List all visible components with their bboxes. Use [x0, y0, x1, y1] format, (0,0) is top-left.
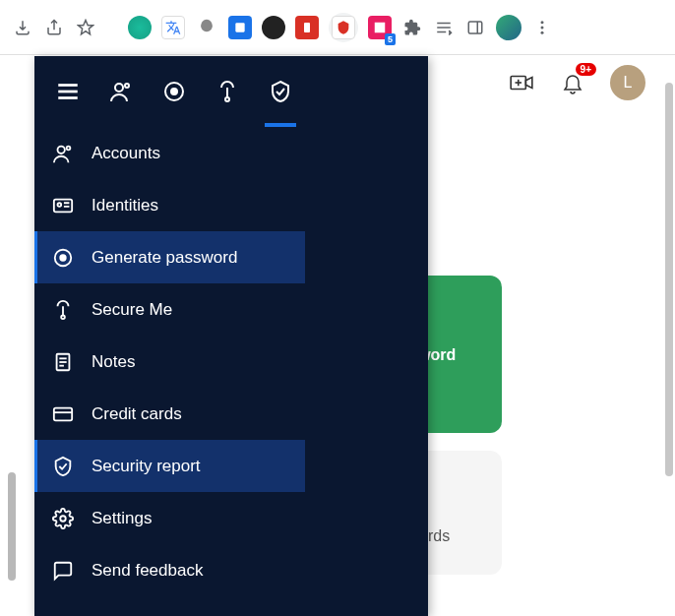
svg-rect-1: [304, 23, 310, 32]
accounts-icon: [52, 143, 74, 164]
generate-password-icon: [52, 247, 74, 269]
extension-icon-5[interactable]: [262, 16, 285, 39]
menu-label: Generate password: [92, 248, 237, 268]
svg-point-23: [60, 255, 66, 261]
svg-rect-0: [235, 23, 244, 31]
menu-label: Notes: [92, 352, 135, 372]
svg-point-16: [171, 89, 177, 94]
svg-rect-29: [54, 407, 72, 420]
identities-icon: [52, 195, 74, 216]
generate-tab-icon[interactable]: [160, 78, 188, 105]
svg-point-19: [67, 146, 71, 150]
svg-point-13: [115, 84, 123, 92]
active-extension-icon[interactable]: [329, 13, 358, 42]
secure-me-icon: [52, 299, 74, 321]
extension-icon-6[interactable]: [295, 16, 319, 39]
notes-icon: [52, 351, 74, 373]
security-report-icon: [52, 456, 74, 477]
menu-item-credit-cards[interactable]: Credit cards: [34, 388, 305, 440]
menu-label: Security report: [92, 457, 201, 476]
menu-label: Send feedback: [92, 561, 203, 581]
svg-point-18: [58, 146, 65, 153]
translate-extension-icon[interactable]: [161, 16, 185, 39]
browser-toolbar: [0, 0, 675, 55]
menu-label: Credit cards: [92, 404, 182, 424]
svg-point-5: [541, 26, 544, 29]
sidebar-scrollbar[interactable]: [8, 472, 16, 581]
menu-label: Secure Me: [92, 300, 172, 320]
svg-point-24: [61, 315, 65, 319]
extension-icon-8[interactable]: [368, 16, 392, 39]
extension-panel: Accounts Identities Generate password Se…: [34, 56, 428, 616]
menu-item-secure-me[interactable]: Secure Me: [34, 283, 305, 336]
menu-label: Accounts: [92, 144, 160, 163]
menu-item-settings[interactable]: Settings: [34, 492, 305, 544]
settings-icon: [52, 508, 74, 529]
extensions-puzzle-icon[interactable]: [401, 17, 423, 38]
share-icon[interactable]: [43, 17, 65, 38]
kebab-menu-icon[interactable]: [531, 17, 553, 38]
extension-icon-3[interactable]: [195, 16, 218, 39]
menu-item-identities[interactable]: Identities: [34, 179, 305, 231]
profile-avatar-icon[interactable]: [496, 15, 522, 40]
star-icon[interactable]: [75, 17, 96, 38]
extension-menu: Accounts Identities Generate password Se…: [34, 127, 305, 596]
create-video-icon[interactable]: [508, 69, 535, 96]
reading-list-icon[interactable]: [433, 17, 455, 38]
avatar-initial: L: [624, 74, 633, 92]
download-icon[interactable]: [12, 17, 33, 38]
feedback-icon: [52, 560, 74, 582]
accounts-tab-icon[interactable]: [107, 78, 135, 105]
svg-rect-2: [468, 22, 482, 33]
extension-icon-1[interactable]: [128, 16, 152, 39]
menu-label: Identities: [92, 196, 158, 216]
shield-tab-icon[interactable]: [267, 78, 294, 105]
svg-point-14: [125, 84, 129, 88]
menu-item-security-report[interactable]: Security report: [34, 440, 305, 492]
notification-badge: 9+: [576, 63, 596, 76]
menu-item-send-feedback[interactable]: Send feedback: [34, 544, 305, 596]
svg-point-6: [541, 31, 544, 33]
hamburger-menu-icon[interactable]: [54, 78, 82, 105]
menu-item-notes[interactable]: Notes: [34, 336, 305, 388]
menu-label: Settings: [92, 509, 152, 528]
page-scrollbar[interactable]: [665, 83, 673, 476]
svg-point-17: [225, 97, 229, 101]
menu-item-generate-password[interactable]: Generate password: [34, 231, 305, 283]
side-panel-icon[interactable]: [464, 17, 486, 38]
svg-point-21: [58, 203, 62, 207]
user-avatar[interactable]: L: [610, 65, 645, 100]
extension-top-bar: [34, 56, 428, 127]
svg-point-31: [60, 516, 66, 522]
credit-cards-icon: [52, 403, 74, 425]
secure-tab-icon[interactable]: [214, 78, 241, 105]
svg-point-4: [541, 21, 544, 24]
menu-item-accounts[interactable]: Accounts: [34, 127, 305, 179]
extension-icon-4[interactable]: [228, 16, 252, 39]
notifications-bell-icon[interactable]: 9+: [559, 69, 586, 96]
